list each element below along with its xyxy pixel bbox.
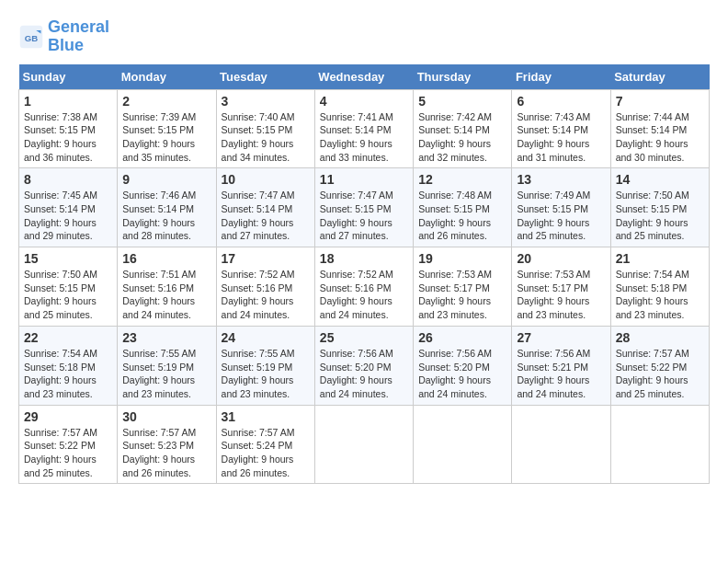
- calendar-cell: 4Sunrise: 7:41 AM Sunset: 5:14 PM Daylig…: [314, 89, 413, 168]
- day-info: Sunrise: 7:52 AM Sunset: 5:16 PM Dayligh…: [222, 268, 310, 322]
- calendar-cell: 7Sunrise: 7:44 AM Sunset: 5:14 PM Daylig…: [610, 89, 709, 168]
- col-header-thursday: Thursday: [414, 64, 512, 90]
- day-info: Sunrise: 7:57 AM Sunset: 5:24 PM Dayligh…: [222, 426, 310, 480]
- calendar-table: SundayMondayTuesdayWednesdayThursdayFrid…: [18, 64, 710, 485]
- day-info: Sunrise: 7:55 AM Sunset: 5:19 PM Dayligh…: [222, 347, 310, 401]
- col-header-friday: Friday: [512, 64, 610, 90]
- calendar-cell: 29Sunrise: 7:57 AM Sunset: 5:22 PM Dayli…: [19, 405, 118, 484]
- day-info: Sunrise: 7:51 AM Sunset: 5:16 PM Dayligh…: [122, 268, 210, 322]
- logo-icon: GB: [18, 24, 44, 50]
- calendar-cell: 20Sunrise: 7:53 AM Sunset: 5:17 PM Dayli…: [512, 247, 610, 327]
- day-info: Sunrise: 7:57 AM Sunset: 5:22 PM Dayligh…: [24, 426, 112, 480]
- day-info: Sunrise: 7:56 AM Sunset: 5:20 PM Dayligh…: [418, 347, 506, 401]
- day-number: 15: [24, 251, 112, 266]
- calendar-cell: 31Sunrise: 7:57 AM Sunset: 5:24 PM Dayli…: [216, 405, 314, 484]
- calendar-cell: 30Sunrise: 7:57 AM Sunset: 5:23 PM Dayli…: [118, 405, 216, 484]
- day-info: Sunrise: 7:46 AM Sunset: 5:14 PM Dayligh…: [122, 189, 210, 243]
- day-info: Sunrise: 7:57 AM Sunset: 5:22 PM Dayligh…: [616, 347, 704, 401]
- day-info: Sunrise: 7:53 AM Sunset: 5:17 PM Dayligh…: [517, 268, 605, 322]
- calendar-cell: [414, 405, 512, 484]
- col-header-saturday: Saturday: [610, 64, 709, 90]
- day-number: 1: [24, 94, 112, 109]
- day-number: 18: [320, 251, 408, 266]
- day-number: 24: [222, 330, 310, 345]
- col-header-monday: Monday: [118, 64, 216, 90]
- day-info: Sunrise: 7:54 AM Sunset: 5:18 PM Dayligh…: [616, 268, 704, 322]
- day-info: Sunrise: 7:39 AM Sunset: 5:15 PM Dayligh…: [122, 110, 210, 165]
- day-info: Sunrise: 7:53 AM Sunset: 5:17 PM Dayligh…: [418, 268, 506, 322]
- calendar-cell: 3Sunrise: 7:40 AM Sunset: 5:15 PM Daylig…: [216, 89, 314, 168]
- day-info: Sunrise: 7:43 AM Sunset: 5:14 PM Dayligh…: [517, 110, 605, 165]
- day-number: 8: [24, 172, 112, 187]
- day-number: 17: [222, 251, 310, 266]
- calendar-cell: 8Sunrise: 7:45 AM Sunset: 5:14 PM Daylig…: [19, 168, 118, 247]
- calendar-cell: 13Sunrise: 7:49 AM Sunset: 5:15 PM Dayli…: [512, 168, 610, 247]
- day-info: Sunrise: 7:52 AM Sunset: 5:16 PM Dayligh…: [320, 268, 408, 322]
- day-number: 26: [418, 330, 506, 345]
- calendar-cell: 10Sunrise: 7:47 AM Sunset: 5:14 PM Dayli…: [216, 168, 314, 247]
- day-info: Sunrise: 7:42 AM Sunset: 5:14 PM Dayligh…: [418, 110, 506, 165]
- day-number: 10: [222, 172, 310, 187]
- calendar-cell: 14Sunrise: 7:50 AM Sunset: 5:15 PM Dayli…: [610, 168, 709, 247]
- day-number: 13: [517, 172, 605, 187]
- day-info: Sunrise: 7:38 AM Sunset: 5:15 PM Dayligh…: [24, 110, 112, 165]
- calendar-cell: 27Sunrise: 7:56 AM Sunset: 5:21 PM Dayli…: [512, 326, 610, 405]
- calendar-cell: 17Sunrise: 7:52 AM Sunset: 5:16 PM Dayli…: [216, 247, 314, 327]
- calendar-cell: 22Sunrise: 7:54 AM Sunset: 5:18 PM Dayli…: [19, 326, 118, 405]
- calendar-cell: 5Sunrise: 7:42 AM Sunset: 5:14 PM Daylig…: [414, 89, 512, 168]
- calendar-cell: 24Sunrise: 7:55 AM Sunset: 5:19 PM Dayli…: [216, 326, 314, 405]
- calendar-cell: 25Sunrise: 7:56 AM Sunset: 5:20 PM Dayli…: [314, 326, 413, 405]
- day-info: Sunrise: 7:56 AM Sunset: 5:20 PM Dayligh…: [320, 347, 408, 401]
- day-info: Sunrise: 7:50 AM Sunset: 5:15 PM Dayligh…: [24, 268, 112, 322]
- day-number: 19: [418, 251, 506, 266]
- day-info: Sunrise: 7:45 AM Sunset: 5:14 PM Dayligh…: [24, 189, 112, 243]
- calendar-cell: 11Sunrise: 7:47 AM Sunset: 5:15 PM Dayli…: [314, 168, 413, 247]
- calendar-cell: 2Sunrise: 7:39 AM Sunset: 5:15 PM Daylig…: [118, 89, 216, 168]
- col-header-tuesday: Tuesday: [216, 64, 314, 90]
- day-info: Sunrise: 7:47 AM Sunset: 5:15 PM Dayligh…: [320, 189, 408, 243]
- svg-text:GB: GB: [25, 33, 38, 43]
- calendar-cell: 18Sunrise: 7:52 AM Sunset: 5:16 PM Dayli…: [314, 247, 413, 327]
- day-number: 11: [320, 172, 408, 187]
- calendar-cell: 28Sunrise: 7:57 AM Sunset: 5:22 PM Dayli…: [610, 326, 709, 405]
- day-number: 28: [616, 330, 704, 345]
- day-number: 6: [517, 94, 605, 109]
- day-number: 27: [517, 330, 605, 345]
- day-number: 29: [24, 409, 112, 424]
- calendar-cell: 19Sunrise: 7:53 AM Sunset: 5:17 PM Dayli…: [414, 247, 512, 327]
- logo: GB General Blue: [18, 18, 109, 55]
- day-number: 3: [222, 94, 310, 109]
- calendar-cell: 15Sunrise: 7:50 AM Sunset: 5:15 PM Dayli…: [19, 247, 118, 327]
- calendar-cell: 1Sunrise: 7:38 AM Sunset: 5:15 PM Daylig…: [19, 89, 118, 168]
- day-number: 7: [616, 94, 704, 109]
- day-info: Sunrise: 7:54 AM Sunset: 5:18 PM Dayligh…: [24, 347, 112, 401]
- day-info: Sunrise: 7:50 AM Sunset: 5:15 PM Dayligh…: [616, 189, 704, 243]
- calendar-cell: [610, 405, 709, 484]
- calendar-cell: 12Sunrise: 7:48 AM Sunset: 5:15 PM Dayli…: [414, 168, 512, 247]
- day-info: Sunrise: 7:41 AM Sunset: 5:14 PM Dayligh…: [320, 110, 408, 165]
- day-number: 20: [517, 251, 605, 266]
- day-number: 2: [122, 94, 210, 109]
- calendar-cell: [314, 405, 413, 484]
- calendar-cell: 9Sunrise: 7:46 AM Sunset: 5:14 PM Daylig…: [118, 168, 216, 247]
- day-number: 5: [418, 94, 506, 109]
- col-header-wednesday: Wednesday: [314, 64, 413, 90]
- page-header: GB General Blue: [18, 18, 710, 55]
- day-number: 9: [122, 172, 210, 187]
- calendar-cell: 6Sunrise: 7:43 AM Sunset: 5:14 PM Daylig…: [512, 89, 610, 168]
- logo-text: General Blue: [48, 18, 109, 55]
- calendar-cell: 23Sunrise: 7:55 AM Sunset: 5:19 PM Dayli…: [118, 326, 216, 405]
- day-number: 21: [616, 251, 704, 266]
- day-info: Sunrise: 7:48 AM Sunset: 5:15 PM Dayligh…: [418, 189, 506, 243]
- day-number: 23: [122, 330, 210, 345]
- col-header-sunday: Sunday: [19, 64, 118, 90]
- calendar-cell: 16Sunrise: 7:51 AM Sunset: 5:16 PM Dayli…: [118, 247, 216, 327]
- day-info: Sunrise: 7:47 AM Sunset: 5:14 PM Dayligh…: [222, 189, 310, 243]
- day-info: Sunrise: 7:55 AM Sunset: 5:19 PM Dayligh…: [122, 347, 210, 401]
- day-number: 25: [320, 330, 408, 345]
- day-number: 14: [616, 172, 704, 187]
- day-number: 30: [122, 409, 210, 424]
- day-number: 16: [122, 251, 210, 266]
- day-number: 4: [320, 94, 408, 109]
- day-number: 31: [222, 409, 310, 424]
